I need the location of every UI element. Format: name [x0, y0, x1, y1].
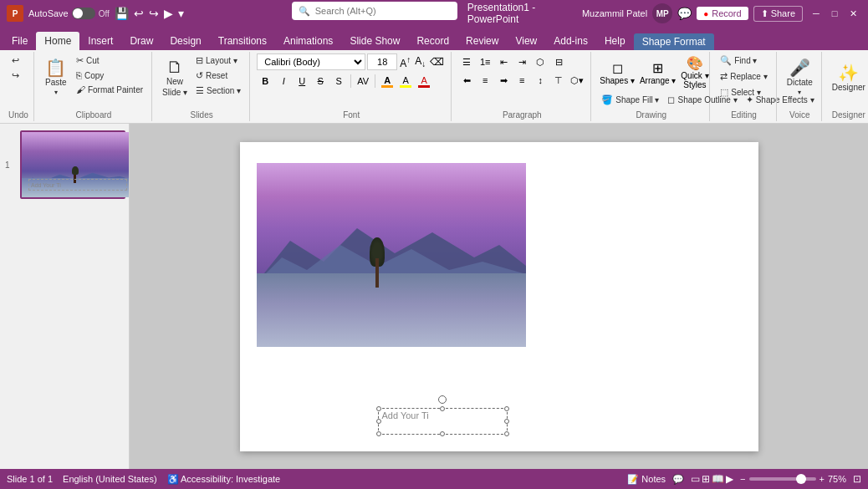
shape-fill-button[interactable]: 🪣Shape Fill ▾ — [598, 93, 662, 107]
undo-button[interactable]: ↩ — [8, 53, 23, 68]
slide-image[interactable] — [257, 163, 526, 347]
text-color-button[interactable]: A — [416, 74, 432, 89]
zoom-control[interactable]: − + 75% — [740, 474, 846, 484]
format-painter-button[interactable]: 🖌Format Painter — [73, 83, 146, 96]
dictate-button[interactable]: 🎤 Dictate ▾ — [784, 53, 816, 102]
tab-review[interactable]: Review — [457, 32, 507, 50]
more-icon[interactable]: ▾ — [178, 7, 184, 20]
font-size-input[interactable] — [367, 53, 397, 70]
minimize-button[interactable]: ─ — [808, 5, 825, 22]
font-family-select[interactable]: Calibri (Body) — [257, 53, 365, 70]
zoom-in-icon[interactable]: + — [819, 474, 825, 484]
designer-button[interactable]: ✨ Designer — [829, 53, 868, 102]
underline-button[interactable]: U — [294, 73, 310, 89]
select-button[interactable]: ⬚Select ▾ — [717, 85, 764, 99]
cut-button[interactable]: ✂Cut — [73, 53, 146, 68]
tab-help[interactable]: Help — [596, 32, 634, 50]
handle-bottom-middle[interactable] — [440, 431, 445, 436]
slide-canvas[interactable]: Add Your Ti — [240, 142, 758, 451]
slide-sorter-button[interactable]: ⊞ — [702, 473, 710, 485]
fit-slide-button[interactable]: ⊡ — [853, 473, 861, 485]
slideshow-button[interactable]: ▶ — [726, 473, 733, 485]
columns-button[interactable]: ⊟ — [550, 53, 567, 70]
decrease-indent-button[interactable]: ⇤ — [495, 53, 512, 70]
normal-view-button[interactable]: ▭ — [691, 473, 700, 485]
tab-design[interactable]: Design — [161, 32, 209, 50]
align-text-button[interactable]: ⊤ — [550, 72, 567, 89]
new-slide-button[interactable]: 🗋 New Slide ▾ — [159, 53, 191, 102]
undo-icon[interactable]: ↩ — [134, 7, 144, 20]
maximize-button[interactable]: □ — [826, 5, 843, 22]
save-icon[interactable]: 💾 — [115, 7, 129, 20]
text-direction-button[interactable]: ↕ — [532, 72, 549, 89]
handle-middle-left[interactable] — [376, 419, 381, 424]
zoom-out-icon[interactable]: − — [740, 474, 745, 484]
autosave-switch[interactable] — [72, 8, 95, 19]
reading-view-button[interactable]: 📖 — [712, 473, 724, 485]
numbering-button[interactable]: 1≡ — [477, 53, 493, 70]
align-left-button[interactable]: ⬅ — [458, 72, 475, 89]
bold-button[interactable]: B — [257, 73, 273, 89]
share-button-title[interactable]: ⬆ Share — [753, 6, 803, 22]
handle-top-left[interactable] — [376, 406, 381, 411]
search-bar[interactable]: 🔍 — [292, 2, 457, 20]
font-increase-button[interactable]: A↑ — [398, 55, 412, 69]
reset-button[interactable]: ↺Reset — [192, 69, 244, 83]
handle-middle-right[interactable] — [504, 419, 509, 424]
shapes-button[interactable]: ◻ Shapes ▾ — [598, 59, 636, 87]
tab-view[interactable]: View — [507, 32, 545, 50]
redo-icon[interactable]: ↪ — [149, 7, 159, 20]
zoom-slider[interactable] — [749, 477, 816, 481]
tab-animations[interactable]: Animations — [275, 32, 341, 50]
paste-button[interactable]: 📋 Paste ▾ — [41, 53, 71, 102]
tab-home[interactable]: Home — [36, 32, 79, 50]
comments-button[interactable]: 💬 — [672, 474, 684, 485]
align-center-button[interactable]: ≡ — [477, 72, 493, 89]
tab-draw[interactable]: Draw — [121, 32, 161, 50]
copy-button[interactable]: ⎘Copy — [73, 69, 146, 82]
strikethrough-button[interactable]: S — [312, 73, 329, 89]
section-button[interactable]: ☰Section ▾ — [192, 84, 244, 98]
increase-indent-button[interactable]: ⇥ — [513, 53, 530, 70]
handle-top-right[interactable] — [504, 406, 509, 411]
replace-button[interactable]: ⇄Replace ▾ — [717, 69, 770, 84]
handle-top-middle[interactable] — [440, 406, 445, 411]
record-button-title[interactable]: ● Record — [697, 7, 748, 20]
present-icon[interactable]: ▶ — [164, 7, 173, 20]
find-button[interactable]: 🔍Find ▾ — [717, 53, 760, 68]
user-avatar[interactable]: MP — [652, 3, 672, 23]
tab-file[interactable]: File — [3, 32, 36, 50]
clear-format-button[interactable]: ⌫ — [428, 56, 446, 68]
close-button[interactable]: ✕ — [845, 5, 861, 22]
font-color-button[interactable]: A — [379, 74, 396, 89]
handle-bottom-right[interactable] — [504, 431, 509, 436]
slide-thumbnail-1[interactable]: Add Your Ti — [20, 130, 125, 199]
tab-addins[interactable]: Add-ins — [545, 32, 596, 50]
comment-icon[interactable]: 💬 — [677, 7, 692, 20]
convert-smartart-button[interactable]: ⬡ — [532, 53, 549, 70]
redo-button[interactable]: ↪ — [8, 69, 23, 83]
character-spacing-button[interactable]: AV — [355, 73, 371, 89]
font-decrease-button[interactable]: A↓ — [413, 55, 427, 69]
bullets-button[interactable]: ☰ — [458, 53, 475, 70]
tab-shape-format[interactable]: Shape Format — [634, 33, 714, 50]
arrange-button[interactable]: ⊞ Arrange ▾ — [638, 59, 677, 87]
smartart-button[interactable]: ⬡▾ — [569, 72, 585, 89]
tab-insert[interactable]: Insert — [79, 32, 121, 50]
search-input[interactable] — [315, 6, 449, 16]
justify-button[interactable]: ≡ — [513, 72, 530, 89]
rotate-handle[interactable] — [438, 395, 447, 404]
italic-button[interactable]: I — [275, 73, 292, 89]
tab-slideshow[interactable]: Slide Show — [341, 32, 408, 50]
notes-button[interactable]: 📝 Notes — [627, 474, 666, 485]
tab-transitions[interactable]: Transitions — [210, 32, 275, 50]
highlight-color-button[interactable]: A — [397, 74, 414, 89]
handle-bottom-left[interactable] — [376, 431, 381, 436]
text-box-selected[interactable]: Add Your Ti — [378, 408, 508, 435]
shadow-button[interactable]: S — [330, 73, 347, 89]
align-right-button[interactable]: ➡ — [495, 72, 512, 89]
layout-button[interactable]: ⊟Layout ▾ — [192, 53, 244, 68]
autosave-label: AutoSave — [28, 8, 69, 18]
tab-record[interactable]: Record — [408, 32, 457, 50]
quick-styles-button[interactable]: 🎨 Quick ▾ Styles — [679, 53, 710, 91]
